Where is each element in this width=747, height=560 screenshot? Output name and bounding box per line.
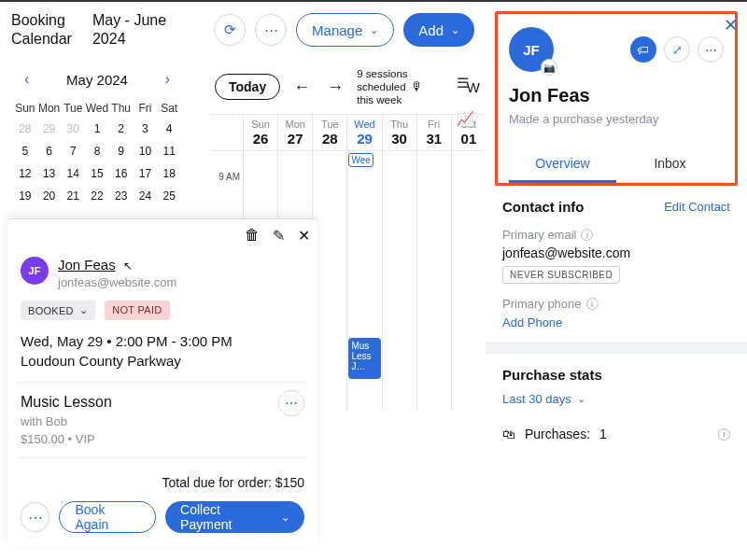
list-view-icon[interactable]: ☰ xyxy=(457,75,474,91)
week-day-header[interactable]: Tue28 xyxy=(312,115,346,150)
edit-icon[interactable]: ✎ xyxy=(273,227,285,245)
close-icon[interactable]: ✕ xyxy=(298,227,310,245)
day-cell[interactable]: 12 xyxy=(13,162,37,185)
weekday: Fri xyxy=(134,99,158,118)
service-name: Music Lesson xyxy=(21,394,304,411)
week-day-header[interactable]: Fri31 xyxy=(416,115,451,150)
weekday: Sat xyxy=(157,99,181,118)
date-range: May - June 2024 xyxy=(87,11,166,49)
week-day-header[interactable]: Mon27 xyxy=(277,115,312,150)
avatar: JF xyxy=(21,257,49,285)
delete-icon[interactable]: 🗑 xyxy=(245,227,260,245)
profile-header: JF 📷 🏷 ⤢ ⋯ Jon Feas Made a purchase yest… xyxy=(495,11,738,186)
panel-more-icon[interactable]: ⋯ xyxy=(698,36,724,63)
day-cell[interactable]: 10 xyxy=(134,140,158,162)
day-cell[interactable]: 8 xyxy=(85,140,109,162)
refresh-icon[interactable]: ⟳ xyxy=(214,14,246,46)
today-button[interactable]: Today xyxy=(215,74,280,100)
day-cell[interactable]: 17 xyxy=(134,162,158,185)
day-cell[interactable]: 29 xyxy=(37,118,62,140)
weekday: Sun xyxy=(13,99,37,118)
analytics-icon[interactable]: 📈 xyxy=(457,110,474,127)
day-cell[interactable]: 18 xyxy=(157,162,181,185)
info-icon[interactable]: i xyxy=(581,229,593,241)
status-not-paid: NOT PAID xyxy=(105,301,169,320)
book-again-button[interactable]: Book Again xyxy=(59,501,156,533)
sessions-summary: 9 sessions scheduled 🎙 this week xyxy=(357,67,423,106)
day-column[interactable] xyxy=(382,151,416,412)
week-day-header[interactable]: Wed29 xyxy=(346,115,381,150)
bag-icon: 🛍 xyxy=(502,427,515,441)
day-cell[interactable]: 24 xyxy=(134,185,158,207)
tag-icon[interactable]: 🏷 xyxy=(630,36,656,63)
day-cell[interactable]: 30 xyxy=(61,118,85,140)
new-event-chip[interactable]: Wee xyxy=(348,153,373,167)
day-column[interactable] xyxy=(451,151,486,412)
booking-datetime: Wed, May 29 • 2:00 PM - 3:00 PM xyxy=(21,333,304,349)
day-cell[interactable]: 22 xyxy=(85,185,109,207)
weekday: Mon xyxy=(37,99,62,118)
expand-icon[interactable]: ⤢ xyxy=(664,36,690,63)
customer-email: jonfeas@website.com xyxy=(58,275,176,289)
primary-email-label: Primary emaili xyxy=(502,228,730,242)
add-button[interactable]: Add ⌄ xyxy=(403,13,474,47)
avatar[interactable]: JF 📷 xyxy=(509,27,554,72)
section-divider xyxy=(486,343,747,354)
camera-icon[interactable]: 📷 xyxy=(541,59,557,76)
day-cell[interactable]: 16 xyxy=(109,162,134,185)
info-icon[interactable]: i xyxy=(586,298,599,310)
day-cell[interactable]: 28 xyxy=(13,118,37,140)
day-cell[interactable]: 2 xyxy=(109,118,134,140)
day-column[interactable]: WeeMusLessJ… xyxy=(346,151,381,412)
day-cell[interactable]: 19 xyxy=(13,185,37,207)
subscription-status: NEVER SUBSCRIBED xyxy=(502,266,620,284)
day-cell[interactable]: 4 xyxy=(157,118,181,140)
next-week-button[interactable]: → xyxy=(323,76,347,99)
day-cell[interactable]: 7 xyxy=(61,140,85,162)
day-cell[interactable]: 21 xyxy=(61,185,85,207)
status-booked[interactable]: BOOKED⌄ xyxy=(21,301,95,320)
purchase-stats-heading: Purchase stats xyxy=(502,367,730,383)
purchases-label: Purchases: xyxy=(525,427,590,441)
day-cell[interactable]: 23 xyxy=(109,185,134,207)
tab-overview[interactable]: Overview xyxy=(509,147,616,183)
prev-month-button[interactable]: ‹ xyxy=(17,67,36,91)
month-label: May 2024 xyxy=(66,72,128,88)
day-cell[interactable]: 13 xyxy=(37,162,62,185)
order-total: Total due for order: $150 xyxy=(21,475,304,490)
day-cell[interactable]: 20 xyxy=(37,185,62,207)
prev-week-button[interactable]: ← xyxy=(289,76,314,99)
day-cell[interactable]: 1 xyxy=(85,118,109,140)
day-column[interactable] xyxy=(416,151,451,412)
stats-range-dropdown[interactable]: Last 30 days⌄ xyxy=(502,392,730,406)
day-cell[interactable]: 15 xyxy=(85,162,109,185)
day-cell[interactable]: 6 xyxy=(37,140,62,162)
mic-icon: 🎙 xyxy=(411,79,423,93)
day-cell[interactable]: 5 xyxy=(13,140,37,162)
collect-payment-button[interactable]: Collect Payment⌄ xyxy=(165,501,304,533)
next-month-button[interactable]: › xyxy=(158,67,177,91)
day-cell[interactable]: 3 xyxy=(134,118,158,140)
manage-button[interactable]: Manage ⌄ xyxy=(296,13,394,47)
booking-popup: 🗑 ✎ ✕ JF Jon Feas ↖ jonfeas@website.com … xyxy=(7,218,317,546)
cursor-icon: ↖ xyxy=(123,259,133,273)
close-panel-icon[interactable]: ✕ xyxy=(724,15,738,35)
add-phone-link[interactable]: Add Phone xyxy=(502,315,562,329)
day-cell[interactable]: 25 xyxy=(157,185,181,207)
calendar-event[interactable]: MusLessJ… xyxy=(348,338,380,379)
info-icon[interactable]: i xyxy=(718,428,730,441)
day-cell[interactable]: 14 xyxy=(61,162,85,185)
app-title: Booking Calendar xyxy=(11,11,72,49)
popup-more-icon[interactable]: ⋯ xyxy=(21,502,49,532)
day-cell[interactable]: 9 xyxy=(109,140,134,162)
add-label: Add xyxy=(418,22,444,38)
service-more-icon[interactable]: ⋯ xyxy=(278,390,304,416)
day-cell[interactable]: 11 xyxy=(157,140,181,162)
week-day-header[interactable]: Thu30 xyxy=(382,115,416,150)
service-staff: with Bob xyxy=(21,414,304,428)
customer-name[interactable]: Jon Feas xyxy=(58,257,116,273)
tab-inbox[interactable]: Inbox xyxy=(616,147,724,183)
more-icon[interactable]: ⋯ xyxy=(255,14,287,46)
week-day-header[interactable]: Sun26 xyxy=(243,115,277,150)
edit-contact-link[interactable]: Edit Contact xyxy=(664,200,730,214)
